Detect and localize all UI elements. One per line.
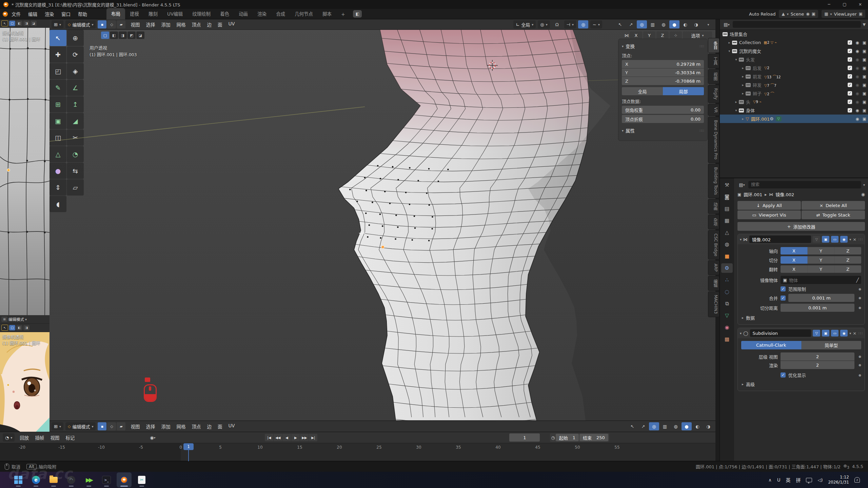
shading-dropdown[interactable]: ▾ <box>703 20 713 28</box>
timeline-ruler[interactable]: -20-15-10-50510152025303540455055 1 <box>0 443 715 461</box>
auto-reload-label[interactable]: Auto Reload <box>749 12 776 17</box>
new-viewlayer-icon[interactable]: ▣ <box>859 12 863 16</box>
editor-type-button[interactable]: ⊞▾ <box>52 20 63 28</box>
sidebar-tab-条目[interactable]: 条目 <box>708 38 719 53</box>
viewport-menu-顶点[interactable]: 顶点 <box>189 422 204 431</box>
viewport-menu-网格[interactable]: 网格 <box>173 20 189 29</box>
select-subtract-icon[interactable]: ◨ <box>23 21 29 26</box>
show-overlays-icon[interactable]: ▥ <box>660 422 670 430</box>
selectability-checkbox[interactable]: ✓ <box>848 83 852 87</box>
symmetry-y-button[interactable]: Y <box>643 32 655 39</box>
mirror-切分-Y[interactable]: Y <box>808 256 835 264</box>
box-select-icon[interactable]: ▢ <box>9 325 15 330</box>
notification-bell-icon[interactable]: z <box>854 477 860 483</box>
sidebar-tab-编辑[interactable]: 编辑 <box>708 276 719 291</box>
sidebar-tab-杂项[interactable]: 杂项 <box>708 215 719 229</box>
select-extend-icon[interactable]: ◧ <box>16 21 22 26</box>
properties-tab-world[interactable]: ◍ <box>721 240 733 249</box>
menu-窗口[interactable]: 窗口 <box>58 9 74 19</box>
edit-mode-display-toggle[interactable]: ▽ <box>813 330 820 337</box>
workspace-tab-着色[interactable]: 着色 <box>215 8 234 19</box>
frame-end-field[interactable]: 结束250 <box>579 434 608 441</box>
prev-keyframe-button[interactable]: ◀◀ <box>274 434 282 441</box>
disable-render-icon[interactable]: ▣ <box>863 100 866 104</box>
addon-button[interactable]: ◧ <box>353 10 362 18</box>
mode-selector[interactable]: ◇ 编辑模式▾ <box>65 20 96 28</box>
on-cage-toggle[interactable]: ▣ <box>822 330 829 337</box>
eyedropper-icon[interactable]: ╱ <box>856 278 859 283</box>
倒角权重-field[interactable]: 倒角权重0.00 <box>622 106 704 114</box>
prev-frame-button[interactable]: ◀ <box>282 434 291 441</box>
sidebar-tab-动画[interactable]: 动画 <box>708 199 719 214</box>
subdivision-type-Catmull-Clark[interactable]: Catmull-Clark <box>741 341 802 349</box>
shading-material-icon[interactable]: ◐ <box>692 422 703 430</box>
volume-icon[interactable]: ◁) <box>817 477 823 483</box>
merge-checkbox[interactable]: ✓ <box>781 296 786 301</box>
properties-tab-object-data[interactable]: ▽ <box>721 311 733 320</box>
viewport-menu-边[interactable]: 边 <box>204 20 215 29</box>
clipping-checkbox[interactable]: ✓ <box>781 286 786 291</box>
disable-render-icon[interactable]: ▣ <box>863 91 866 96</box>
toggle-stack-button[interactable]: ⇄Toggle Stack <box>802 210 865 219</box>
hide-eye-icon[interactable]: ◉ <box>855 117 859 121</box>
properties-tab-particles[interactable]: ∴ <box>721 275 733 285</box>
scene-selector[interactable]: ▲ ▾ Scene ◉ ▣ <box>779 10 818 18</box>
timeline-menu-视图[interactable]: 视图 <box>47 433 62 442</box>
outliner-row-前发[interactable]: ▸前发▽13 ⌒12 ✓◉▣ <box>720 72 868 81</box>
shading-solid-icon[interactable]: ● <box>669 20 679 28</box>
bisect-distance-field[interactable]: 0.001 m <box>781 304 854 312</box>
levels-render-field[interactable]: 2 <box>781 361 854 369</box>
mirror-切分-X[interactable]: X <box>781 256 808 264</box>
main-3d-viewport[interactable]: ⊞▾ ◇ 编辑模式▾ ▪◇▰ 视图选择添加网格顶点边面UV ∟全局▾ ◎▾ Ω … <box>50 19 715 421</box>
mesh-canvas[interactable] <box>50 29 715 421</box>
properties-search-input[interactable] <box>748 181 861 188</box>
subdivision-modifier-header[interactable]: ▾ ◯ Subdivision ▽ ▣ ▭ ◉ ▾ × ∷∷ <box>738 328 865 338</box>
mirror-轴向-Z[interactable]: Z <box>834 247 861 255</box>
outliner-row-头[interactable]: ▸头▽9 ⌁ ✓◉▣ <box>720 98 868 106</box>
viewport-menu-顶点[interactable]: 顶点 <box>189 20 204 29</box>
properties-tab-render[interactable]: ◙ <box>721 192 733 202</box>
workspace-tab-雕刻[interactable]: 雕刻 <box>144 8 162 19</box>
outliner-row-碎发[interactable]: ▸碎发▽7 ⌒7 ✓◉▣ <box>720 81 868 89</box>
workspace-tab-渲染[interactable]: 渲染 <box>253 8 271 19</box>
add-modifier-button[interactable]: +添加修改器 <box>737 222 865 231</box>
sidebar-tab-ARP[interactable]: ARP <box>708 260 719 275</box>
transform-section-header[interactable]: ▾ 变换 ∷∷ <box>622 43 704 49</box>
sidebar-tab-MACHIN3[interactable]: MACHIN3 <box>708 291 719 317</box>
symmetry-x-button[interactable]: X <box>630 32 642 39</box>
sidebar-tab-视图[interactable]: 视图 <box>708 69 719 84</box>
viewport-display-toggle[interactable]: ▭ <box>831 330 839 337</box>
snap-toggle[interactable]: Ω <box>552 20 562 28</box>
properties-tab-texture[interactable]: ▩ <box>721 334 733 344</box>
taskbar-media[interactable]: ▶▶ <box>81 472 96 487</box>
viewport-menu-选择[interactable]: 选择 <box>143 422 158 431</box>
show-gizmo-icon[interactable]: ↗ <box>626 20 636 28</box>
disable-render-icon[interactable]: ▣ <box>863 117 866 121</box>
pin-icon[interactable]: ◉ <box>806 12 809 16</box>
mirror-翻转-Z[interactable]: Z <box>834 265 861 273</box>
subdivision-type-简单型[interactable]: 简单型 <box>802 341 862 349</box>
mode-selector[interactable]: ◇ 编辑模式▾ <box>65 422 96 430</box>
properties-tab-output[interactable]: ▤ <box>721 204 733 214</box>
snap-target[interactable]: ⊣▾ <box>564 20 576 28</box>
workspace-tab-建模[interactable]: 建模 <box>125 8 144 19</box>
vertex-select-icon[interactable]: ▪ <box>98 20 106 28</box>
disable-render-icon[interactable]: ▣ <box>863 66 866 70</box>
workspace-tab-脚本[interactable]: 脚本 <box>318 8 336 19</box>
viewlayer-selector[interactable]: ▦ ▾ ViewLayer ▣ <box>822 10 865 18</box>
filter-icon[interactable]: ▼ <box>863 22 866 27</box>
shading-material-icon[interactable]: ◐ <box>680 20 690 28</box>
viewport-menu-选择[interactable]: 选择 <box>143 20 158 29</box>
disable-render-icon[interactable]: ▣ <box>863 49 866 54</box>
vertex-select-icon[interactable]: ▪ <box>98 422 106 430</box>
taskbar-terminal[interactable]: >_ <box>99 472 114 487</box>
mirror-object-field[interactable]: ▣ 物体 ╱ <box>781 276 861 284</box>
hide-eye-icon[interactable]: ◉ <box>855 74 859 79</box>
hide-eye-icon[interactable]: ◉ <box>855 49 859 54</box>
disable-render-icon[interactable]: ▣ <box>863 83 866 87</box>
edge-select-icon[interactable]: ◇ <box>107 422 116 430</box>
next-keyframe-button[interactable]: ▶▶ <box>300 434 309 441</box>
viewport-menu-添加[interactable]: 添加 <box>158 422 173 431</box>
dr2[interactable]: ∷∷ <box>699 129 704 133</box>
select-intersect-icon[interactable]: ◪ <box>31 21 37 26</box>
